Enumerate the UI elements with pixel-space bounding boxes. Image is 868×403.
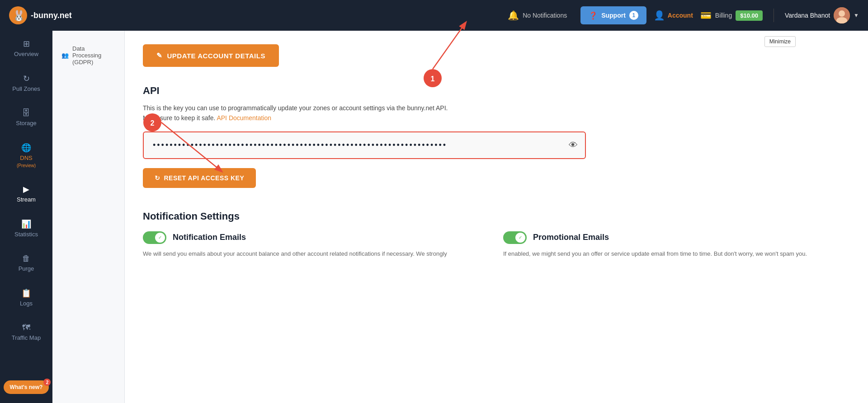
sidebar-item-overview[interactable]: ⊞ Overview [0,31,52,66]
traffic-map-icon: 🗺 [22,323,30,333]
gdpr-item[interactable]: 👥 Data Processing (GDPR) [52,40,124,71]
logo[interactable]: 🐰 -bunny.net [9,6,72,24]
gdpr-icon: 👥 [61,52,69,59]
nav-divider [774,9,774,22]
notifications-label: No Notifications [523,12,567,19]
support-button[interactable]: ❓ Support 1 [580,6,646,24]
notification-settings-title: Notification Settings [143,211,850,222]
sidebar-item-label: Storage [16,120,37,127]
sidebar-item-label: Statistics [14,231,38,238]
api-key-container: 👁 [143,131,586,159]
account-label: Account [668,12,693,19]
billing-icon: 💳 [700,10,712,21]
whatsnew-badge: 2 [43,379,51,386]
sidebar-item-dns[interactable]: 🌐 DNS (Preview) [0,135,52,176]
notification-emails-header: Notification Emails [143,231,490,244]
update-icon: ✎ [156,52,163,60]
promotional-emails-desc: If enabled, we might send you an offer o… [503,249,850,259]
sidebar-item-label: Logs [20,300,33,307]
stream-icon: ▶ [23,184,29,194]
main-content: ✎ UPDATE ACCOUNT DETAILS API This is the… [125,31,868,403]
update-label: UPDATE ACCOUNT DETAILS [167,52,265,60]
sidebar-item-pull-zones[interactable]: ↻ Pull Zones [0,66,52,100]
storage-icon: 🗄 [22,108,30,118]
api-section: API This is the key you can use to progr… [143,85,850,206]
sidebar-item-label: Overview [14,51,38,57]
whatsnew-button[interactable]: What's new? 2 [4,380,49,394]
user-profile[interactable]: Vardana Bhanot ▼ [785,7,859,23]
main-layout: ⊞ Overview ↻ Pull Zones 🗄 Storage 🌐 DNS … [0,31,868,403]
sidebar-item-label: Purge [19,265,34,272]
left-panel: 👥 Data Processing (GDPR) [52,31,125,403]
svg-point-3 [839,10,845,17]
statistics-icon: 📊 [21,219,31,229]
account-button[interactable]: 👤 Account [654,10,693,21]
svg-text:🐰: 🐰 [13,9,25,22]
reset-label: RESET API ACCESS KEY [164,174,245,182]
sidebar-item-purge[interactable]: 🗑 Purge [0,246,52,280]
avatar [834,7,850,23]
chevron-down-icon: ▼ [854,12,859,19]
gdpr-label: Data Processing (GDPR) [72,45,115,66]
notifications-bell[interactable]: 🔔 No Notifications [508,10,567,21]
sidebar-item-label: Pull Zones [12,85,40,92]
topnav-right: ❓ Support 1 👤 Account 💳 Billing $10.00 V… [580,6,859,24]
notification-settings: Notification Settings Notification Email… [143,211,850,259]
user-name: Vardana Bhanot [785,12,830,19]
notification-emails-desc: We will send you emails about your accou… [143,249,490,259]
reset-icon: ↻ [155,174,160,182]
promotional-emails-item: Promotional Emails If enabled, we might … [503,231,850,259]
sidebar-item-label: DNS [20,155,32,161]
pull-zones-icon: ↻ [23,74,30,84]
sidebar-item-stream[interactable]: ▶ Stream [0,176,52,211]
notification-emails-toggle[interactable] [143,231,166,244]
api-key-input[interactable] [144,132,561,158]
support-label: Support [601,12,626,19]
sidebar-item-logs[interactable]: 📋 Logs [0,280,52,315]
support-icon: ❓ [589,11,598,20]
promotional-emails-title: Promotional Emails [533,233,609,242]
billing-amount: $10.00 [736,10,763,21]
notification-emails-title: Notification Emails [173,233,246,242]
sidebar-item-label: Stream [17,196,36,203]
sidebar-item-statistics[interactable]: 📊 Statistics [0,211,52,246]
update-account-button[interactable]: ✎ UPDATE ACCOUNT DETAILS [143,44,279,67]
sidebar-item-traffic-map[interactable]: 🗺 Traffic Map [0,315,52,349]
notification-emails-item: Notification Emails We will send you ema… [143,231,490,259]
sidebar-item-label: Traffic Map [12,334,41,341]
dns-preview-label: (Preview) [17,163,36,168]
reset-api-button[interactable]: ↻ RESET API ACCESS KEY [143,168,256,188]
api-description: This is the key you can use to programma… [143,103,459,123]
toggle-visibility-button[interactable]: 👁 [561,136,585,155]
dns-icon: 🌐 [21,143,31,153]
sidebar-item-storage[interactable]: 🗄 Storage [0,100,52,135]
billing-section[interactable]: 💳 Billing $10.00 [700,10,763,21]
overview-icon: ⊞ [23,39,30,49]
api-title: API [143,85,850,97]
promotional-emails-header: Promotional Emails [503,231,850,244]
bell-icon: 🔔 [508,10,519,21]
promotional-emails-toggle[interactable] [503,231,527,244]
whatsnew-label: What's new? [10,384,43,390]
purge-icon: 🗑 [22,254,30,263]
notification-grid: Notification Emails We will send you ema… [143,231,850,259]
logs-icon: 📋 [21,288,31,298]
support-badge: 1 [629,11,638,20]
logo-text: -bunny.net [31,11,72,20]
sidebar-bottom: What's new? 2 [0,376,52,403]
sidebar: ⊞ Overview ↻ Pull Zones 🗄 Storage 🌐 DNS … [0,31,52,403]
api-doc-link[interactable]: API Documentation [217,114,271,122]
top-navigation: 🐰 -bunny.net 🔔 No Notifications ❓ Suppor… [0,0,868,31]
billing-label: Billing [715,12,732,19]
account-icon: 👤 [654,10,665,21]
eye-icon: 👁 [569,140,578,150]
